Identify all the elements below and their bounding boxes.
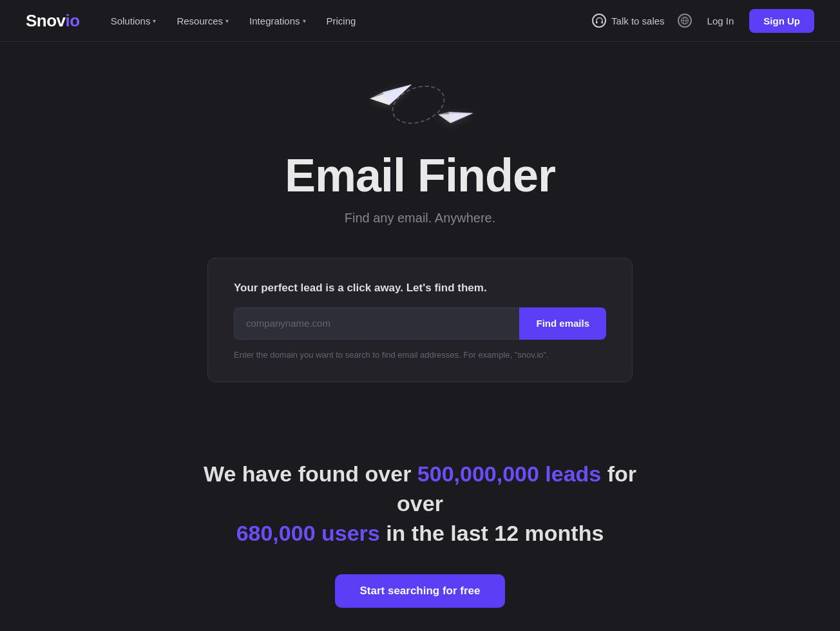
domain-input[interactable]: [234, 307, 519, 340]
logo-io: io: [66, 11, 80, 30]
chevron-down-icon: ▾: [225, 17, 229, 24]
chevron-down-icon: ▾: [153, 17, 156, 24]
headset-icon: [592, 14, 606, 28]
card-hint: Enter the domain you want to search to f…: [234, 349, 606, 362]
search-row: Find emails: [234, 307, 606, 340]
hero-section: Email Finder Find any email. Anywhere. Y…: [0, 42, 840, 434]
login-button[interactable]: Log In: [705, 10, 737, 32]
navbar-left: Snovio Solutions ▾ Resources ▾ Integrati…: [26, 10, 363, 32]
hero-title: Email Finder: [285, 151, 555, 200]
nav-item-pricing[interactable]: Pricing: [319, 10, 364, 32]
chevron-down-icon: ▾: [303, 17, 306, 24]
stats-text: We have found over 500,000,000 leads for…: [195, 460, 645, 548]
nav-links: Solutions ▾ Resources ▾ Integrations ▾ P…: [103, 10, 364, 32]
stats-time: in the last 12 months: [380, 521, 604, 545]
talk-to-sales-button[interactable]: Talk to sales: [592, 14, 665, 28]
hero-subtitle: Find any email. Anywhere.: [345, 211, 496, 226]
nav-item-solutions[interactable]: Solutions ▾: [103, 10, 164, 32]
svg-rect-1: [601, 21, 603, 24]
find-emails-button[interactable]: Find emails: [519, 307, 606, 340]
stats-prefix: We have found over: [204, 461, 417, 486]
svg-marker-10: [446, 107, 473, 128]
planes-illustration: [356, 68, 484, 139]
start-searching-button[interactable]: Start searching for free: [335, 574, 504, 608]
paper-plane-2: [437, 96, 477, 129]
card-heading: Your perfect lead is a click away. Let's…: [234, 282, 606, 295]
navbar-right: Talk to sales Log In Sign Up: [592, 9, 814, 33]
nav-item-integrations[interactable]: Integrations ▾: [242, 10, 313, 32]
globe-icon[interactable]: [678, 14, 692, 28]
signup-button[interactable]: Sign Up: [749, 9, 814, 33]
stats-section: We have found over 500,000,000 leads for…: [0, 434, 840, 631]
logo-snov: Snov: [26, 11, 66, 30]
stats-users: 680,000 users: [236, 521, 380, 545]
paper-plane-1: [370, 73, 415, 105]
stats-leads: 500,000,000 leads: [417, 461, 601, 486]
nav-item-resources[interactable]: Resources ▾: [169, 10, 236, 32]
navbar: Snovio Solutions ▾ Resources ▾ Integrati…: [0, 0, 840, 42]
logo[interactable]: Snovio: [26, 11, 80, 31]
search-card: Your perfect lead is a click away. Let's…: [207, 258, 633, 383]
svg-rect-0: [596, 21, 598, 24]
